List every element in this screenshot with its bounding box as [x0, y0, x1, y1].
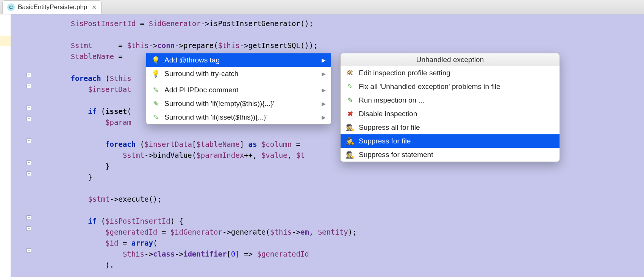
fold-marker[interactable]: − — [27, 215, 31, 220]
fold-marker[interactable]: − — [27, 248, 31, 253]
intention-item[interactable]: ✎Surround with 'if(!empty($this)){...}'▶ — [146, 97, 331, 110]
intention-item-label: Add PHPDoc comment — [164, 86, 238, 94]
bulb-icon: 💡 — [152, 56, 160, 64]
fold-marker[interactable]: − — [27, 171, 31, 176]
chevron-right-icon: ▶ — [322, 114, 326, 120]
inspection-action-item[interactable]: 🕵️Suppress all for file — [341, 121, 560, 134]
fold-marker[interactable]: − — [27, 226, 31, 231]
intention-submenu[interactable]: Unhandled exception 🛠Edit inspection pro… — [340, 53, 560, 162]
code-line: ). — [36, 260, 644, 271]
code-line: $id = array( — [36, 238, 644, 249]
fold-marker[interactable]: − — [27, 160, 31, 165]
pencil-icon: ✎ — [346, 82, 354, 91]
fold-marker[interactable]: − — [27, 117, 31, 121]
fold-marker[interactable]: − — [27, 73, 31, 77]
inspection-action-label: Disable inspection — [359, 110, 417, 118]
intention-item[interactable]: ✎Surround with 'if(isset($this)){...}'▶ — [146, 110, 331, 124]
close-tab-icon[interactable]: ✕ — [92, 4, 97, 11]
menu-separator — [146, 82, 331, 82]
inspection-action-item[interactable]: ✖Disable inspection — [341, 107, 560, 121]
code-area[interactable]: $isPostInsertId = $idGenerator->isPostIn… — [32, 14, 644, 277]
intention-item[interactable]: 💡Add @throws tag▶ — [146, 53, 331, 67]
code-line: $stmt = $this->conn->prepare($this->getI… — [36, 40, 644, 51]
intention-item-label: Surround with 'if(isset($this)){...}' — [164, 113, 267, 121]
suppress-icon: 🕵️ — [346, 151, 354, 159]
chevron-right-icon: ▶ — [322, 57, 326, 63]
tab-bar: C BasicEntityPersister.php ✕ — [0, 0, 644, 14]
inspection-action-item[interactable]: 🕵️Suppress for statement — [341, 148, 560, 162]
code-line: $stmt->execute(); — [36, 194, 644, 205]
inspection-action-label: Suppress for file — [359, 137, 411, 145]
pencil-icon: ✎ — [152, 100, 160, 108]
bulb-icon: 💡 — [152, 70, 160, 78]
editor-area: −−−−−−−−−− $isPostInsertId = $idGenerato… — [0, 14, 644, 277]
code-line: } — [36, 161, 644, 172]
suppress-icon: 🕵️ — [346, 123, 354, 132]
pencil-icon: ✎ — [152, 113, 160, 121]
fold-marker[interactable]: − — [27, 84, 31, 88]
file-tab-label: BasicEntityPersister.php — [18, 3, 87, 11]
chevron-right-icon: ▶ — [322, 87, 326, 93]
code-line: $isPostInsertId = $idGenerator->isPostIn… — [36, 18, 644, 29]
intention-item[interactable]: ✎Add PHPDoc comment▶ — [146, 83, 331, 97]
code-line — [36, 205, 644, 216]
inspection-action-label: Fix all 'Unhandled exception' problems i… — [359, 82, 500, 91]
intention-item-label: Surround with try-catch — [164, 70, 238, 78]
inspection-action-item[interactable]: 🛠Edit inspection profile setting — [341, 66, 560, 80]
inspection-action-item[interactable]: ✎Fix all 'Unhandled exception' problems … — [341, 80, 560, 93]
fold-marker[interactable]: − — [27, 106, 31, 110]
gear-icon: 🛠 — [346, 69, 354, 77]
intention-item-label: Surround with 'if(!empty($this)){...}' — [164, 100, 274, 108]
file-icon: C — [7, 3, 15, 11]
code-line: $this->class->identifier[0] => $generate… — [36, 249, 644, 260]
disable-icon: ✖ — [346, 110, 354, 118]
chevron-right-icon: ▶ — [322, 71, 326, 77]
suppress-icon: 🕵️ — [346, 137, 354, 145]
code-line — [36, 29, 644, 40]
inspection-action-label: Suppress all for file — [359, 123, 420, 132]
gutter: −−−−−−−−−− — [0, 14, 32, 277]
pencil-icon: ✎ — [152, 86, 160, 94]
submenu-title: Unhandled exception — [341, 53, 560, 66]
code-line — [36, 183, 644, 194]
code-line: if ($isPostInsertId) { — [36, 216, 644, 227]
inspection-action-item[interactable]: 🕵️Suppress for file — [341, 134, 560, 148]
pencil-icon: ✎ — [346, 96, 354, 104]
file-tab[interactable]: C BasicEntityPersister.php ✕ — [2, 0, 102, 14]
intention-menu[interactable]: 💡Add @throws tag▶💡Surround with try-catc… — [146, 53, 331, 124]
inspection-action-label: Run inspection on ... — [359, 96, 424, 104]
intention-item[interactable]: 💡Surround with try-catch▶ — [146, 67, 331, 81]
intention-item-label: Add @throws tag — [164, 56, 220, 64]
inspection-action-label: Suppress for statement — [359, 151, 433, 159]
inspection-action-label: Edit inspection profile setting — [359, 69, 450, 77]
fold-marker[interactable]: − — [27, 138, 31, 143]
warning-stripe — [0, 36, 11, 46]
code-line: } — [36, 172, 644, 183]
code-line: $generatedId = $idGenerator->generate($t… — [36, 227, 644, 238]
inspection-action-item[interactable]: ✎Run inspection on ... — [341, 93, 560, 107]
chevron-right-icon: ▶ — [322, 101, 326, 107]
